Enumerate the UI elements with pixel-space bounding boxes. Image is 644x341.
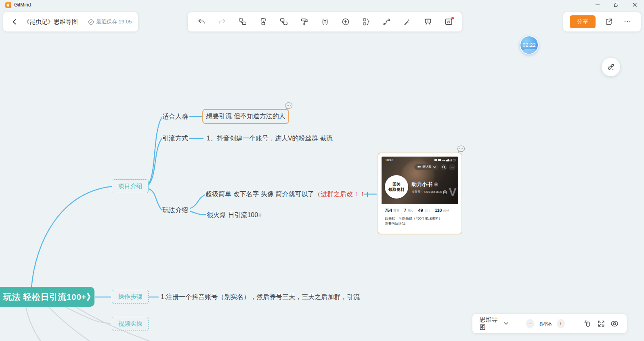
insert-text-icon[interactable]: [319, 17, 330, 27]
image-node-douyin-profile[interactable]: V 18:43 新访客 72: [378, 153, 462, 234]
avatar-text-line2: 领取资料: [388, 187, 405, 192]
divider: [517, 320, 517, 327]
maximize-icon[interactable]: [607, 0, 625, 10]
node-label: 1.注册一个抖音账号（别实名），然后养号三天，三天之后加群，引流: [161, 293, 360, 300]
chevron-down-icon: [504, 322, 508, 325]
node-audience-detail-selected[interactable]: 想要引流 但不知道方法的人: [202, 109, 289, 124]
bio-line1: 回关扣一可以领取（450个变现资料）: [385, 216, 455, 221]
node-label: 1、抖音创建一个账号，进大V的粉丝群 截流: [207, 135, 333, 142]
view-mode-label: 思维导图: [480, 316, 501, 331]
stat-label: 朋友: [407, 209, 413, 213]
profile-bio: 回关扣一可以领取（450个变现资料） 需要的回关我: [385, 216, 455, 226]
branch-node-steps[interactable]: 操作步骤: [112, 290, 149, 304]
background-watermark: V: [449, 185, 457, 199]
node-play-detail-1[interactable]: 超级简单 改下名字 头像 简介就可以了（进群之后改！！）: [206, 190, 372, 199]
preview-eye-icon[interactable]: [610, 318, 619, 329]
zoom-in-button[interactable]: +: [557, 319, 565, 328]
timer-value: 02:22: [522, 42, 536, 48]
zoom-out-button[interactable]: −: [526, 319, 534, 328]
stat-value: 754: [385, 208, 392, 213]
ai-assistant-icon[interactable]: AI: [443, 17, 454, 27]
stat-value: 110: [435, 208, 442, 213]
branch-node-video[interactable]: 视频实操: [112, 317, 149, 331]
node-steps-detail[interactable]: 1.注册一个抖音账号（别实名），然后养号三天，三天之后加群，引流: [161, 293, 360, 301]
actions-bar: 分享: [563, 12, 641, 31]
visitors-icon: [417, 165, 421, 169]
node-label: 想要引流 但不知道方法的人: [206, 112, 285, 121]
branch-label: 视频实操: [118, 320, 143, 328]
insert-node-icon[interactable]: [340, 17, 351, 27]
divider: [574, 320, 574, 327]
new-visitors-badge[interactable]: 新访客 72: [414, 164, 438, 170]
node-label: 玩法介绍: [162, 207, 188, 213]
profile-name: 助力小书: [411, 181, 432, 188]
app-title: GitMind: [14, 2, 31, 8]
node-play-intro[interactable]: 玩法介绍: [162, 206, 188, 215]
branch-label: 操作步骤: [118, 293, 143, 301]
comment-indicator-icon[interactable]: [284, 102, 293, 111]
export-icon[interactable]: [604, 17, 614, 27]
node-label-suffix: ）: [366, 190, 372, 197]
drag-mode-icon[interactable]: [583, 318, 592, 329]
magic-pen-button[interactable]: [602, 58, 620, 76]
node-label-highlight: 进群之后改！！: [321, 190, 366, 197]
share-button[interactable]: 分享: [570, 15, 596, 28]
gitmind-logo-icon: [5, 2, 11, 8]
save-status: 最近保存 19:05: [88, 18, 132, 25]
insert-parent-topic-icon[interactable]: [278, 17, 289, 27]
redo-icon[interactable]: [216, 17, 227, 27]
back-icon[interactable]: [10, 17, 19, 27]
relation-line-icon[interactable]: [381, 17, 392, 27]
insert-sibling-topic-icon[interactable]: [237, 17, 248, 27]
phone-status-icons: [434, 158, 455, 162]
root-node-label: 玩法 轻松日引流100+》: [3, 291, 95, 303]
document-header: 《昆虫记》思维导图 最近保存 19:05: [3, 12, 138, 31]
view-controls-bar: 思维导图 − 84% +: [472, 314, 627, 333]
more-icon[interactable]: [622, 17, 633, 27]
saved-check-icon: [88, 19, 94, 25]
main-toolbar: AI: [188, 12, 462, 31]
menu-icon[interactable]: [449, 164, 455, 170]
bio-line2: 需要的回关我: [385, 221, 455, 226]
visitors-count: 新访客 72: [422, 165, 436, 169]
node-audience[interactable]: 适合人群: [162, 113, 188, 121]
format-painter-icon[interactable]: [299, 17, 310, 27]
window-titlebar: GitMind: [0, 0, 644, 10]
fit-screen-icon[interactable]: [596, 318, 606, 329]
stat-label: 关注: [424, 209, 430, 213]
insert-child-topic-icon[interactable]: [258, 17, 269, 27]
node-label: 适合人群: [162, 113, 188, 120]
root-node[interactable]: 玩法 轻松日引流100+》: [0, 287, 94, 307]
minimize-icon[interactable]: [588, 0, 607, 10]
node-traffic-method[interactable]: 引流方式: [162, 134, 188, 143]
close-icon[interactable]: [625, 0, 644, 10]
node-play-detail-2[interactable]: 很火爆 日引流100+: [207, 211, 262, 220]
profile-stats: 754获赞 7朋友 49关注 110粉丝: [385, 208, 455, 213]
view-mode-select[interactable]: 思维导图: [480, 316, 508, 331]
branch-node-project-intro[interactable]: 项目介绍: [112, 179, 149, 193]
node-traffic-method-detail[interactable]: 1、抖音创建一个账号，进大V的粉丝群 截流: [207, 134, 333, 143]
comment-indicator-icon[interactable]: [457, 145, 466, 155]
zoom-level: 84%: [538, 320, 553, 327]
notification-dot: [451, 17, 454, 19]
focus-timer-badge[interactable]: 02:22: [520, 36, 539, 54]
slideshow-icon[interactable]: [422, 17, 433, 27]
stat-label: 获赞: [393, 209, 399, 213]
magic-pen-icon: [606, 62, 616, 72]
undo-icon[interactable]: [196, 17, 207, 27]
avatar-text-line1: 回关: [392, 182, 401, 187]
node-label: 引流方式: [162, 135, 188, 142]
summary-icon[interactable]: [361, 17, 371, 27]
profile-avatar: 回关 领取资料: [385, 175, 408, 199]
mindmap-edges: [0, 0, 644, 341]
phone-time: 18:43: [385, 158, 393, 162]
branch-label: 项目介绍: [118, 182, 143, 190]
node-label: 很火爆 日引流100+: [207, 211, 262, 218]
chevron-down-icon: [434, 182, 438, 186]
search-icon[interactable]: [441, 164, 447, 170]
douyin-profile-screenshot: V 18:43 新访客 72: [382, 157, 458, 230]
divider: [83, 18, 83, 25]
stat-label: 粉丝: [443, 209, 449, 213]
ai-beautify-icon[interactable]: [402, 17, 413, 27]
document-title: 《昆虫记》思维导图: [23, 18, 78, 26]
